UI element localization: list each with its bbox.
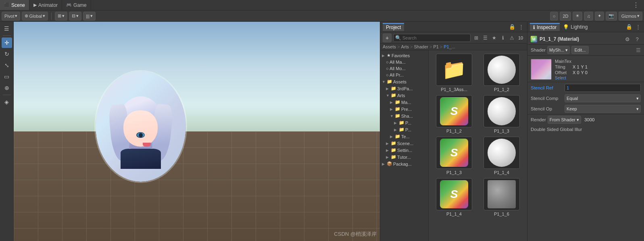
scene-viewport[interactable]: CSDN @梢溪泽岸 [14, 22, 380, 241]
tab-scene[interactable]: ⬛ Scene [0, 0, 29, 10]
layout-btn[interactable]: ⊟ ▾ [69, 12, 81, 21]
asset-p1-1-4-shader[interactable]: S P1_1_4 [432, 178, 476, 216]
character-avatar [94, 70, 187, 183]
tree-allma[interactable]: ○ All Ma... [380, 59, 428, 65]
asset-p1-1-6-mat[interactable]: P1_1_6 [479, 178, 524, 216]
tool-scale[interactable]: ⤡ [2, 60, 12, 71]
shader-list-icon[interactable]: ☰ [636, 47, 641, 53]
bc-arts[interactable]: Arts [401, 44, 409, 49]
tab-game[interactable]: 🎮 Game [62, 0, 91, 10]
gizmos-btn[interactable]: Gizmos ▾ [619, 12, 642, 21]
tool-move[interactable]: ✛ [2, 37, 12, 48]
asset-p1-1-2-mat[interactable]: P1_1_2 [479, 54, 524, 92]
view-icon-3[interactable]: ★ [490, 34, 498, 42]
2d-btn[interactable]: 2D [560, 12, 571, 21]
tree-pre[interactable]: ▶ 📁 Pre... [380, 106, 428, 112]
main-tex-thumbnail[interactable] [531, 59, 552, 80]
render-mode-dropdown[interactable]: From Shader ▾ [548, 116, 581, 124]
view-icon-2[interactable]: ☰ [481, 34, 489, 42]
tree-settin[interactable]: ▶ 📁 Settin... [380, 147, 428, 154]
asset-p1-1-2-shader[interactable]: S P1_1_2 [432, 95, 476, 133]
offset-label: Offset [555, 70, 571, 75]
bc-shader[interactable]: Shader [414, 44, 428, 49]
project-more-icon[interactable]: ⋮ [517, 23, 525, 31]
te-expand: ▶ [390, 135, 394, 139]
tree-favorites[interactable]: ▶ ★ Favorites [380, 52, 428, 59]
insp-more-icon[interactable]: ⋮ [634, 23, 642, 31]
shader-edit-btn[interactable]: Edit... [571, 46, 588, 54]
stencil-comp-label: Stencil Comp [531, 96, 563, 101]
asset-label-p1-1-3-mat: P1_1_3 [494, 129, 509, 133]
light-btn[interactable]: ☀ [573, 12, 582, 21]
sphere-btn[interactable]: ○ [550, 12, 559, 21]
tree-arts[interactable]: ▼ 📁 Arts [380, 92, 428, 99]
pivot-label: Pivot [4, 14, 14, 19]
bc-sep-4: > [440, 44, 442, 49]
insp-lock-icon[interactable]: 🔒 [625, 23, 633, 31]
project-search-box[interactable]: 🔍 [393, 34, 471, 42]
view-icon-5[interactable]: ⚠ [508, 34, 516, 42]
tab-lighting[interactable]: 💡 Lighting [560, 23, 591, 31]
lighting-icon: 💡 [563, 24, 569, 30]
tree-p1a[interactable]: ▶ 📁 P... [380, 119, 428, 126]
more-options-btn[interactable]: ⋮ [631, 1, 641, 9]
tree-scene[interactable]: ▶ 📁 Scene... [380, 140, 428, 147]
stencil-op-dropdown[interactable]: Keep ▾ [565, 105, 641, 113]
assets-icon: 📁 [387, 79, 392, 84]
camera-btn[interactable]: 📷 [606, 12, 617, 21]
tree-allpr[interactable]: ○ All Pr... [380, 72, 428, 78]
project-add-btn[interactable]: + [383, 33, 392, 42]
snap-btn[interactable]: ||| ▾ [83, 12, 96, 21]
fx-btn[interactable]: ✦ [595, 12, 604, 21]
tab-inspector[interactable]: ℹ Inspector [530, 23, 560, 31]
inspector-header: ℹ Inspector 💡 Lighting 🔒 ⋮ [527, 22, 644, 32]
project-asset-grid: 📁 P1_1_3Ass... P1_1_2 S P1_1_2 [429, 50, 527, 241]
bc-sep-3: > [429, 44, 432, 49]
tool-rotate[interactable]: ↻ [2, 49, 12, 59]
tree-allmo[interactable]: ○ All Mo... [380, 65, 428, 72]
tool-hand[interactable]: ☰ [2, 23, 12, 34]
char-pupil-right [139, 133, 143, 137]
tree-p1b[interactable]: ▶ 📁 P... [380, 126, 428, 133]
tree-assets[interactable]: ▼ 📁 Assets [380, 78, 428, 85]
asset-p1-1-3ass[interactable]: 📁 P1_1_3Ass... [432, 54, 476, 92]
arts-expand: ▼ [386, 93, 390, 98]
view-icon-4[interactable]: ℹ [499, 34, 507, 42]
tree-packages[interactable]: ▶ 📦 Packag... [380, 160, 428, 167]
project-lock-icon[interactable]: 🔒 [509, 23, 516, 31]
tree-te[interactable]: ▶ 📁 Te... [380, 133, 428, 140]
shader-dropdown[interactable]: MySh... ▾ [547, 46, 570, 54]
tutor-label: Tutor... [397, 155, 411, 160]
global-btn[interactable]: ⊕ Global ▾ [22, 12, 48, 21]
view-icon-1[interactable]: ⊞ [472, 34, 480, 42]
layout-icon: ⊟ [72, 13, 75, 19]
tool-pivot[interactable]: ◈ [2, 97, 12, 107]
tree-tutor[interactable]: ▶ 📁 Tutor... [380, 154, 428, 160]
double-sided-row: Double Sided Global Illur [527, 125, 644, 134]
tool-transform[interactable]: ⊕ [2, 83, 12, 93]
tree-3rdpa[interactable]: ▶ 📁 3rdPa... [380, 85, 428, 92]
tab-project[interactable]: Project [383, 23, 404, 31]
material-help-icon[interactable]: ? [634, 35, 641, 43]
tool-rect[interactable]: ▭ [2, 71, 12, 82]
tree-ma[interactable]: ▶ 📁 Ma... [380, 99, 428, 106]
stencil-ref-input[interactable] [565, 84, 641, 92]
bc-assets[interactable]: Assets [383, 44, 396, 49]
asset-p1-1-3-mat[interactable]: P1_1_3 [479, 95, 524, 133]
fav-expand-icon: ▶ [382, 54, 386, 58]
stencil-comp-dropdown[interactable]: Equal ▾ [565, 94, 641, 102]
material-settings-icon[interactable]: ⚙ [624, 35, 631, 43]
shader-value: MySh... [549, 48, 564, 52]
sha-expand: ▼ [390, 114, 394, 118]
asset-p1-1-4-mat[interactable]: P1_1_4 [479, 137, 524, 175]
material-name: P1_1_7 (Material) [540, 36, 621, 42]
stencil-op-label: Stencil Op [531, 106, 563, 111]
tree-sha[interactable]: ▼ 📁 Sha... [380, 112, 428, 119]
gizmo-btn[interactable]: ⊞ ▾ [55, 12, 67, 21]
tab-animator[interactable]: ▶ Animator [29, 0, 62, 10]
asset-p1-1-3-shader[interactable]: S P1_1_3 [432, 137, 476, 175]
pivot-btn[interactable]: Pivot ▾ [2, 12, 20, 21]
audio-btn[interactable]: ♫ [584, 12, 593, 21]
bc-p1[interactable]: P1 [433, 44, 438, 49]
project-search-input[interactable] [402, 35, 469, 40]
